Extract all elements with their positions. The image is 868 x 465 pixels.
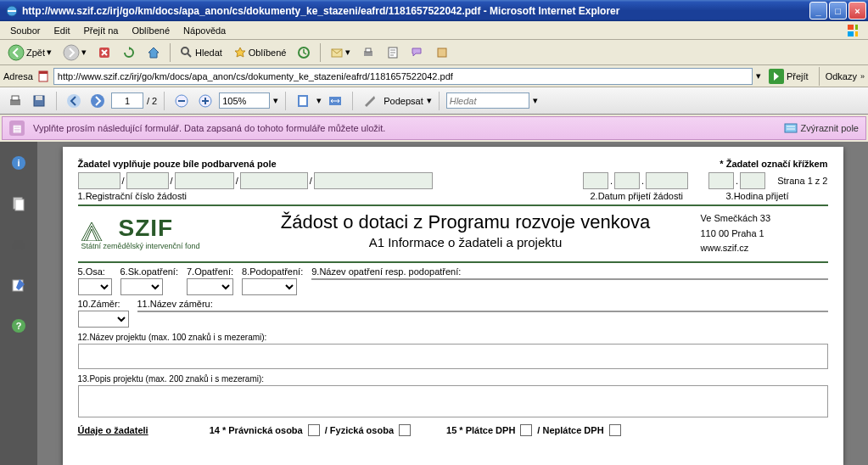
reg-field[interactable] bbox=[126, 172, 169, 189]
menu-edit[interactable]: Edit bbox=[47, 24, 76, 37]
back-button[interactable]: Zpět ▾ bbox=[3, 42, 56, 64]
search-button[interactable]: Hledat bbox=[176, 43, 227, 62]
checkbox-neplatce[interactable] bbox=[609, 424, 621, 436]
document-viewport[interactable]: Žadatel vyplňuje pouze bíle podbarvená p… bbox=[37, 142, 868, 465]
history-button[interactable] bbox=[293, 43, 315, 62]
favorites-button[interactable]: Oblíbené bbox=[229, 43, 291, 62]
date-field[interactable] bbox=[646, 172, 688, 189]
time-field[interactable] bbox=[740, 172, 765, 189]
discuss-button[interactable] bbox=[406, 43, 428, 62]
pdf-zoom-input[interactable] bbox=[219, 92, 270, 109]
forward-button[interactable]: ▾ bbox=[59, 42, 91, 64]
svg-rect-16 bbox=[39, 71, 48, 74]
select-osa[interactable] bbox=[78, 278, 112, 295]
form-icon: ▤ bbox=[9, 120, 25, 136]
chevron-icon[interactable]: » bbox=[860, 72, 865, 81]
page-icon bbox=[36, 70, 50, 83]
reg-field[interactable] bbox=[240, 172, 308, 189]
szif-logo: SZIF Státní zemědělský intervenční fond bbox=[78, 211, 231, 256]
mail-button[interactable]: ▾ bbox=[326, 43, 355, 62]
select-skopatreni[interactable] bbox=[120, 278, 163, 295]
address-block: Ve Smečkách 33 110 00 Praha 1 www.szif.c… bbox=[701, 211, 828, 256]
ms-flag-icon bbox=[839, 22, 865, 39]
checkbox-platce[interactable] bbox=[520, 424, 532, 436]
pdf-sidebar: i ? bbox=[0, 142, 37, 465]
edit-button[interactable] bbox=[382, 43, 404, 62]
refresh-button[interactable] bbox=[118, 43, 140, 62]
maximize-button[interactable]: □ bbox=[829, 2, 847, 20]
checkbox-fyzicka[interactable] bbox=[399, 424, 411, 436]
pdf-fit-width-button[interactable] bbox=[325, 91, 345, 111]
address-bar: Adresa ▾ Přejít Odkazy » bbox=[0, 65, 868, 87]
dropdown-icon[interactable]: ▾ bbox=[273, 95, 278, 106]
input-nazev-projektu[interactable] bbox=[78, 344, 828, 369]
time-field[interactable] bbox=[708, 172, 734, 189]
select-podopatreni[interactable] bbox=[242, 278, 297, 295]
dropdown-icon[interactable]: ▾ bbox=[345, 47, 350, 58]
input-popis-projektu[interactable] bbox=[78, 385, 828, 417]
menu-go[interactable]: Přejít na bbox=[76, 24, 125, 37]
pdf-page-total: / 2 bbox=[147, 96, 157, 106]
address-dropdown-icon[interactable]: ▾ bbox=[756, 70, 761, 81]
menu-favorites[interactable]: Oblíbené bbox=[125, 24, 176, 37]
reg-field[interactable] bbox=[78, 172, 120, 189]
label-zamer: 10.Záměr: bbox=[78, 299, 129, 309]
stop-button[interactable] bbox=[93, 43, 115, 62]
dropdown-icon[interactable]: ▾ bbox=[533, 95, 538, 106]
svg-rect-29 bbox=[785, 124, 797, 132]
pdf-zoom-out-button[interactable] bbox=[171, 91, 192, 111]
page-info: Strana 1 z 2 bbox=[777, 176, 827, 186]
pages-icon[interactable] bbox=[9, 194, 28, 213]
links-label[interactable]: Odkazy bbox=[826, 71, 857, 81]
date-field[interactable] bbox=[614, 172, 640, 189]
checkbox-pravnicka[interactable] bbox=[308, 424, 320, 436]
input-nazev-opatreni[interactable] bbox=[311, 278, 827, 280]
print-button[interactable] bbox=[357, 43, 379, 62]
pdf-page-input[interactable] bbox=[111, 92, 143, 109]
pdf-sign-icon[interactable] bbox=[360, 91, 380, 111]
research-button[interactable] bbox=[431, 43, 453, 62]
label-time: 3.Hodina přijetí bbox=[726, 191, 828, 201]
pdf-page: Žadatel vyplňuje pouze bíle podbarvená p… bbox=[63, 147, 843, 465]
dropdown-icon[interactable]: ▾ bbox=[427, 95, 432, 106]
pdf-print-button[interactable] bbox=[5, 91, 25, 111]
home-button[interactable] bbox=[143, 43, 165, 62]
edit-icon[interactable] bbox=[9, 276, 28, 294]
dropdown-icon[interactable]: ▾ bbox=[316, 95, 322, 106]
highlight-label: Zvýraznit pole bbox=[801, 123, 859, 133]
label-nazev-opatreni: 9.Název opatření resp. podopatření: bbox=[311, 266, 827, 277]
reg-field[interactable] bbox=[175, 172, 234, 189]
address-input[interactable] bbox=[53, 68, 753, 85]
menu-file[interactable]: Soubor bbox=[3, 24, 47, 37]
binoculars-icon[interactable] bbox=[9, 235, 28, 254]
pdf-next-page-button[interactable] bbox=[87, 91, 108, 111]
info-icon[interactable]: i bbox=[9, 154, 28, 172]
select-opatreni[interactable] bbox=[187, 278, 233, 295]
menu-help[interactable]: Nápověda bbox=[176, 24, 232, 37]
pdf-sign-label[interactable]: Podepsat bbox=[384, 96, 423, 106]
form-subtitle: A1 Informace o žadateli a projektu bbox=[241, 235, 691, 249]
go-button[interactable]: Přejít bbox=[764, 67, 813, 86]
section-udaje: Údaje o žadateli bbox=[78, 425, 148, 435]
date-field[interactable] bbox=[583, 172, 608, 189]
browser-toolbar: Zpět ▾ ▾ Hledat Oblíbené ▾ bbox=[0, 40, 868, 65]
input-nazev-zameru[interactable] bbox=[137, 311, 828, 312]
close-button[interactable]: × bbox=[848, 2, 866, 20]
pdf-fit-page-button[interactable] bbox=[293, 91, 313, 111]
pdf-zoom-in-button[interactable] bbox=[195, 91, 216, 111]
label-opatreni: 7.Opatření: bbox=[187, 266, 233, 277]
notification-text: Vyplňte prosím následující formulář. Dat… bbox=[33, 123, 776, 133]
highlight-fields-button[interactable]: Zvýraznit pole bbox=[784, 121, 859, 135]
select-zamer[interactable] bbox=[78, 311, 129, 328]
pdf-save-button[interactable] bbox=[29, 91, 49, 111]
search-label: Hledat bbox=[195, 48, 222, 58]
help-icon[interactable]: ? bbox=[9, 317, 28, 335]
label-popis-projektu: 13.Popis projektu (max. 200 znaků i s me… bbox=[78, 374, 828, 384]
minimize-button[interactable]: _ bbox=[809, 2, 827, 20]
pdf-prev-page-button[interactable] bbox=[64, 91, 84, 111]
pdf-search-input[interactable] bbox=[446, 92, 529, 109]
svg-rect-21 bbox=[36, 96, 42, 100]
window-titlebar: http://www.szif.cz/irj/go/km/docs/apa_an… bbox=[0, 0, 868, 21]
reg-field[interactable] bbox=[314, 172, 433, 189]
favorites-label: Oblíbené bbox=[249, 48, 287, 58]
